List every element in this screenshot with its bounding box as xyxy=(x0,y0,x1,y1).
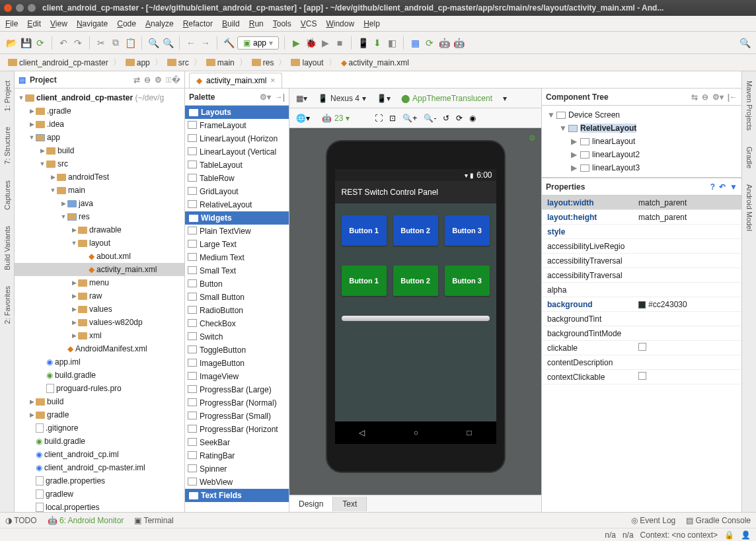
menu-navigate[interactable]: Navigate xyxy=(77,19,108,28)
properties-table[interactable]: layout:widthmatch_parentlayout:heightmat… xyxy=(542,196,741,512)
tree-item[interactable]: ▶.gradle xyxy=(15,104,184,118)
tree-item[interactable]: ▼main xyxy=(15,184,184,197)
help-icon[interactable]: ? xyxy=(710,182,715,192)
structure-icon[interactable]: ▦ xyxy=(409,37,421,49)
tree-item[interactable]: ◉client_android_cp-master.iml xyxy=(15,461,184,474)
android-icon[interactable]: 🤖 xyxy=(438,37,450,49)
run-icon[interactable]: ▶ xyxy=(290,37,302,49)
gear-icon[interactable]: ⚙ xyxy=(155,75,162,85)
sdk-icon[interactable]: ⬇ xyxy=(371,37,383,49)
preview-button[interactable]: Button 3 xyxy=(445,215,490,246)
lock-icon[interactable]: 🔒 xyxy=(724,530,734,540)
tool-tab-gradle[interactable]: Gradle xyxy=(744,143,755,172)
property-row[interactable]: contentDescription xyxy=(542,355,741,370)
api-selector[interactable]: 🤖23▾ xyxy=(319,112,352,124)
stop-icon[interactable]: ■ xyxy=(334,37,346,49)
collapse-icon[interactable]: ⊖ xyxy=(144,75,151,85)
preview-button[interactable]: Button 3 xyxy=(445,266,490,296)
avd-icon[interactable]: 📱 xyxy=(357,37,369,49)
breadcrumb-item[interactable]: client_android_cp-master xyxy=(5,57,111,69)
zoom-fit-icon[interactable]: ⛶ xyxy=(375,114,383,123)
palette-item[interactable]: SeekBar xyxy=(185,436,289,449)
refresh-icon[interactable]: ⟳ xyxy=(456,114,463,123)
property-row[interactable]: background#cc243030 xyxy=(542,297,741,312)
project-view-mode-icon[interactable]: ⇄ xyxy=(133,75,140,85)
orientation-icon[interactable]: 📱▾ xyxy=(374,92,393,104)
text-tab[interactable]: Text xyxy=(333,497,367,511)
menu-tools[interactable]: Tools xyxy=(273,19,291,28)
android2-icon[interactable]: 🤖 xyxy=(453,37,465,49)
filter-icon[interactable]: ▼ xyxy=(730,182,737,192)
palette-item[interactable]: WebView xyxy=(185,476,289,489)
tree-item[interactable]: proguard-rules.pro xyxy=(15,382,184,395)
palette-item[interactable]: TableRow xyxy=(185,172,289,185)
copy-icon[interactable]: ⧉ xyxy=(110,37,122,49)
tree-item[interactable]: gradle.properties xyxy=(15,474,184,487)
menu-analyze[interactable]: Analyze xyxy=(145,19,174,28)
cut-icon[interactable]: ✂ xyxy=(95,37,107,49)
property-row[interactable]: accessibilityTraversal xyxy=(542,254,741,268)
device-screen[interactable]: ▾ ▮ 6:00 REST Switch Control Panel Butto… xyxy=(335,169,496,444)
palette-item[interactable]: ImageView xyxy=(185,370,289,383)
palette-item[interactable]: Switch xyxy=(185,330,289,343)
comptree-item[interactable]: ▼Device Screen xyxy=(545,108,739,122)
menu-refactor[interactable]: Refactor xyxy=(183,19,213,28)
capture-icon[interactable]: ◉ xyxy=(469,114,476,123)
palette-item[interactable]: RelativeLayout xyxy=(185,198,289,211)
save-icon[interactable]: 💾 xyxy=(20,37,32,49)
tree-item[interactable]: ▶raw xyxy=(15,289,184,303)
palette-item[interactable]: RadioButton xyxy=(185,304,289,317)
tree-item[interactable]: ◉build.gradle xyxy=(15,369,184,382)
tree-item[interactable]: ▶menu xyxy=(15,276,184,289)
tree-item[interactable]: ▼src xyxy=(15,157,184,170)
window-close-icon[interactable] xyxy=(4,4,12,12)
tool-tab-captures[interactable]: Captures xyxy=(2,176,13,214)
tree-item[interactable]: ◉client_android_cp.iml xyxy=(15,448,184,461)
tree-item[interactable]: ◉build.gradle xyxy=(15,435,184,448)
preview-button[interactable]: Button 2 xyxy=(393,215,438,246)
property-row[interactable]: backgroundTintMode xyxy=(542,326,741,341)
tree-item[interactable]: ◆AndroidManifest.xml xyxy=(15,342,184,355)
comptree-item[interactable]: ▶linearLayout xyxy=(545,135,739,148)
tree-root[interactable]: ▼client_android_cp-master (~/dev/g xyxy=(15,91,184,104)
palette-item[interactable]: ImageButton xyxy=(185,357,289,370)
editor-tab[interactable]: ◆ activity_main.xml × xyxy=(189,73,282,88)
palette-item[interactable]: Spinner xyxy=(185,462,289,476)
paste-icon[interactable]: 📋 xyxy=(124,37,136,49)
reset-icon[interactable]: ↺ xyxy=(443,114,449,123)
debug-icon[interactable]: 🐞 xyxy=(305,37,317,49)
revert-icon[interactable]: ↶ xyxy=(719,182,726,192)
find-icon[interactable]: 🔍 xyxy=(147,37,159,49)
menu-view[interactable]: View xyxy=(50,19,67,28)
run-config-selector[interactable]: ▣app▾ xyxy=(237,36,279,50)
comptree-item[interactable]: ▶linearLayout3 xyxy=(545,161,739,174)
tree-item[interactable]: ▶drawable xyxy=(15,223,184,236)
menu-window[interactable]: Window xyxy=(326,19,354,28)
theme-selector[interactable]: ⬤ AppThemeTranslucent xyxy=(398,92,495,104)
property-row[interactable]: layout:widthmatch_parent xyxy=(542,196,741,210)
tree-item[interactable]: ▶androidTest xyxy=(15,170,184,184)
breadcrumb-item[interactable]: src xyxy=(165,57,192,69)
menu-build[interactable]: Build xyxy=(222,19,240,28)
preview-button[interactable]: Button 2 xyxy=(393,266,438,296)
search-icon[interactable]: 🔍 xyxy=(739,37,751,49)
palette-item[interactable]: Medium Text xyxy=(185,251,289,264)
undo-icon[interactable]: ↶ xyxy=(57,37,69,49)
replace-icon[interactable]: 🔍 xyxy=(162,37,174,49)
component-tree[interactable]: ▼Device Screen▼RelativeLayout▶linearLayo… xyxy=(542,106,741,177)
palette-list[interactable]: LayoutsFrameLayoutLinearLayout (HorizonL… xyxy=(185,106,289,512)
ct-hide-icon[interactable]: |← xyxy=(728,92,737,102)
palette-item[interactable]: TableLayout xyxy=(185,159,289,172)
palette-category[interactable]: Layouts xyxy=(185,106,289,119)
hide-icon[interactable]: �ั� xyxy=(166,75,180,85)
open-icon[interactable]: 📂 xyxy=(5,37,17,49)
tool-tab-buildvariants[interactable]: Build Variants xyxy=(2,222,13,274)
property-row[interactable]: layout:heightmatch_parent xyxy=(542,210,741,225)
property-row[interactable]: style xyxy=(542,225,741,239)
tree-item[interactable]: ▶values xyxy=(15,303,184,316)
property-row[interactable]: contextClickable xyxy=(542,370,741,384)
menu-vcs[interactable]: VCS xyxy=(301,19,317,28)
android-monitor-tab[interactable]: 🤖 6: Android Monitor xyxy=(48,516,124,525)
sync2-icon[interactable]: ⟳ xyxy=(424,37,435,49)
palette-item[interactable]: CheckBox xyxy=(185,317,289,330)
